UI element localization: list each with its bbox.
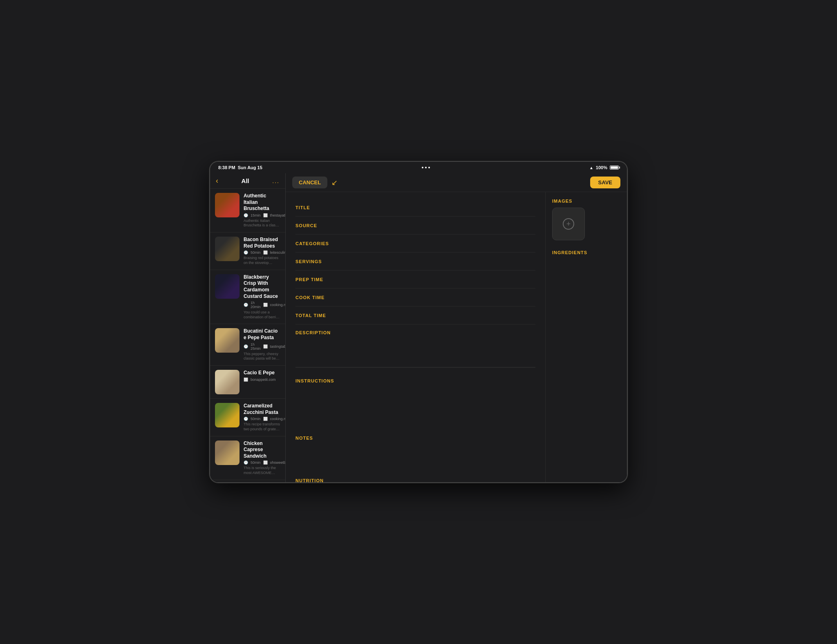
- recipe-info: Caramelized Zucchini Pasta 🕐 50min ⬜ coo…: [244, 403, 280, 432]
- ingredients-title: INGREDIENTS: [552, 250, 620, 255]
- recipe-item-chicken[interactable]: Chicken Caprese Sandwich 🕐 50min ⬜ ohswe…: [210, 436, 285, 480]
- sidebar: ‹ All ... Authentic Italian Bruschetta 🕐…: [210, 173, 286, 482]
- recipe-info: Bucatini Cacio e Pepe Pasta 🕐 1h 25min ⬜…: [244, 328, 280, 361]
- clock-icon: 🕐: [244, 461, 248, 465]
- categories-input[interactable]: [336, 240, 535, 246]
- recipe-thumbnail: [215, 370, 239, 394]
- save-button[interactable]: SAVE: [590, 177, 620, 188]
- recipe-item-zucchini[interactable]: Caramelized Zucchini Pasta 🕐 50min ⬜ coo…: [210, 399, 285, 436]
- link-icon: ⬜: [244, 378, 248, 382]
- categories-field-row: CATEGORIES: [295, 235, 535, 253]
- servings-input[interactable]: [336, 258, 535, 264]
- sidebar-header: ‹ All ...: [210, 173, 285, 189]
- description-label: DESCRIPTION: [295, 330, 336, 335]
- total-time-label: TOTAL TIME: [295, 313, 336, 318]
- total-time-input[interactable]: [336, 312, 535, 318]
- images-title: IMAGES: [552, 199, 620, 203]
- clock-icon: 🕐: [244, 303, 248, 307]
- import-icon[interactable]: ↙: [331, 178, 338, 187]
- prep-time-label: PREP TIME: [295, 277, 336, 282]
- recipe-thumbnail: [215, 441, 239, 465]
- link-icon: ⬜: [263, 417, 268, 421]
- ingredients-section: INGREDIENTS: [552, 250, 620, 259]
- recipe-description: Braising red potatoes on the stovetop pr…: [244, 256, 280, 265]
- notes-section: NOTES: [295, 425, 535, 474]
- main-content: ‹ All ... Authentic Italian Bruschetta 🕐…: [210, 173, 627, 482]
- nutrition-label: NUTRITION: [295, 474, 535, 482]
- instructions-textarea[interactable]: [295, 387, 535, 419]
- notes-label: NOTES: [295, 429, 535, 444]
- notes-textarea[interactable]: [295, 444, 535, 468]
- add-image-icon: +: [563, 218, 574, 230]
- recipe-thumbnail: [215, 237, 239, 261]
- link-icon: ⬜: [263, 213, 268, 217]
- recipe-info: Chicken Caprese Sandwich 🕐 50min ⬜ ohswe…: [244, 441, 280, 476]
- prep-time-input[interactable]: [336, 276, 535, 282]
- link-icon: ⬜: [263, 303, 268, 307]
- clock-icon: 🕐: [244, 344, 248, 349]
- battery-bar: [610, 165, 619, 170]
- description-field-row: DESCRIPTION: [295, 324, 535, 367]
- images-panel: IMAGES + INGREDIENTS: [545, 192, 627, 482]
- recipe-thumbnail: [215, 328, 239, 353]
- recipe-name: Chicken Caprese Sandwich: [244, 441, 280, 460]
- recipe-info: Authentic Italian Bruschetta 🕐 15min ⬜ t…: [244, 193, 280, 228]
- form-header: CANCEL ↙ SAVE: [286, 173, 627, 192]
- form-fields: TITLE SOURCE CATEGORIES SERVINGS: [286, 192, 545, 482]
- recipe-item-blackberry[interactable]: Blackberry Crisp With Cardamom Custard S…: [210, 270, 285, 324]
- recipe-name: Caramelized Zucchini Pasta: [244, 403, 280, 416]
- cancel-button[interactable]: CANCEL: [292, 177, 327, 188]
- recipe-info: Bacon Braised Red Potatoes 🕐 50min ⬜ lei…: [244, 237, 280, 266]
- recipe-item-cacio[interactable]: Cacio E Pepe ⬜ bonappetit.com: [210, 366, 285, 399]
- clock-icon: 🕐: [244, 417, 248, 421]
- recipe-description: Authentic Italian Bruschetta is a classi…: [244, 219, 280, 228]
- recipe-thumbnail: [215, 274, 239, 299]
- instructions-label: INSTRUCTIONS: [295, 372, 535, 387]
- recipe-description: You could use a combination of berries (…: [244, 310, 280, 320]
- source-label: SOURCE: [295, 223, 336, 228]
- recipe-meta: ⬜ bonappetit.com: [244, 378, 280, 382]
- status-right: ▲ 100%: [589, 165, 619, 170]
- status-center-dots: [422, 167, 430, 168]
- battery-label: 100%: [596, 165, 607, 170]
- device-frame: 8:38 PM Sun Aug 15 ▲ 100% ‹ All ...: [209, 161, 628, 483]
- recipe-name: Authentic Italian Bruschetta: [244, 193, 280, 212]
- recipe-description: This is seriously the most AWESOME Chick…: [244, 466, 280, 475]
- cook-time-input[interactable]: [336, 294, 535, 300]
- servings-label: SERVINGS: [295, 259, 336, 264]
- clock-icon: 🕐: [244, 213, 248, 217]
- recipe-meta: 🕐 50min ⬜ cooking.nytimes.com: [244, 417, 280, 421]
- source-input[interactable]: [336, 222, 535, 228]
- recipe-meta: 🕐 1h 25min ⬜ tastingtable.com: [244, 342, 280, 351]
- link-icon: ⬜: [263, 461, 268, 465]
- recipe-meta: 🕐 50min ⬜ ohsweetbasil.com: [244, 461, 280, 465]
- categories-label: CATEGORIES: [295, 241, 336, 246]
- recipe-description: This peppery, cheesy classic pasta will …: [244, 352, 280, 361]
- more-button[interactable]: ...: [272, 178, 280, 184]
- clock-icon: 🕐: [244, 250, 248, 255]
- form-panel: CANCEL ↙ SAVE TITLE SOURCE CAT: [286, 173, 627, 482]
- link-icon: ⬜: [263, 250, 268, 255]
- servings-field-row: SERVINGS: [295, 253, 535, 271]
- recipe-meta: 🕐 50min ⬜ leitesculinaria.com: [244, 250, 280, 255]
- total-time-field-row: TOTAL TIME: [295, 306, 535, 324]
- recipe-item-potatoes[interactable]: Bacon Braised Red Potatoes 🕐 50min ⬜ lei…: [210, 233, 285, 270]
- recipe-description: This recipe transforms two pounds of gra…: [244, 422, 280, 432]
- recipe-name: Bucatini Cacio e Pepe Pasta: [244, 328, 280, 341]
- description-textarea[interactable]: [336, 330, 535, 363]
- cook-time-label: COOK TIME: [295, 295, 336, 300]
- recipe-list: Authentic Italian Bruschetta 🕐 15min ⬜ t…: [210, 189, 285, 482]
- add-image-button[interactable]: +: [552, 208, 585, 240]
- source-field-row: SOURCE: [295, 217, 535, 235]
- back-button[interactable]: ‹: [216, 177, 218, 185]
- title-field-row: TITLE: [295, 199, 535, 217]
- recipe-item-bruschetta[interactable]: Authentic Italian Bruschetta 🕐 15min ⬜ t…: [210, 189, 285, 233]
- recipe-thumbnail: [215, 193, 239, 217]
- recipe-info: Cacio E Pepe ⬜ bonappetit.com: [244, 370, 280, 383]
- title-label: TITLE: [295, 205, 336, 210]
- recipe-info: Blackberry Crisp With Cardamom Custard S…: [244, 274, 280, 320]
- recipe-thumbnail: [215, 403, 239, 427]
- recipe-item-bucatini[interactable]: Bucatini Cacio e Pepe Pasta 🕐 1h 25min ⬜…: [210, 324, 285, 366]
- title-input[interactable]: [336, 204, 535, 210]
- recipe-name: Blackberry Crisp With Cardamom Custard S…: [244, 274, 280, 300]
